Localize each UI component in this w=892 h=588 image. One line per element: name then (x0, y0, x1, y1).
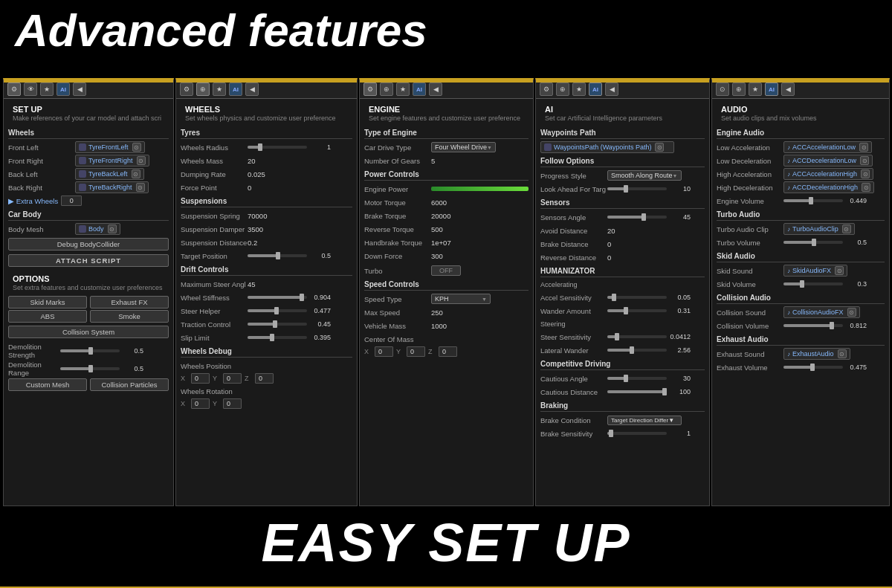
exhaust-sound-ref[interactable]: ♪ ExhaustAudio ⊙ (783, 348, 850, 360)
ss-slider[interactable]: 0.0412 (607, 333, 705, 340)
aud-tab-gear[interactable]: ⊙ (716, 83, 729, 96)
ca-thumb[interactable] (624, 375, 628, 382)
com-x-value[interactable]: 0 (375, 346, 393, 357)
exhaust-sound-btn[interactable]: ⊙ (838, 349, 847, 358)
skid-sound-btn[interactable]: ⊙ (835, 266, 844, 275)
wp-x-value[interactable]: 0 (191, 373, 210, 384)
eng-tab-gear[interactable]: ⚙ (363, 83, 377, 96)
eng-tab-ai[interactable]: AI (413, 83, 426, 96)
target-pos-slider[interactable]: 0.5 (248, 252, 352, 259)
turbo-audio-btn[interactable]: ⊙ (842, 224, 851, 233)
sl-thumb[interactable] (270, 334, 274, 341)
wheels-radius-slider[interactable]: 1 (248, 143, 352, 151)
high-accel-btn[interactable]: ⊙ (861, 169, 870, 178)
attach-script-btn[interactable]: ATTACH SCRIPT (8, 254, 169, 267)
as-slider[interactable]: 0.05 (607, 294, 705, 301)
progress-style-dropdown[interactable]: Smooth Along Route ▼ (607, 170, 682, 181)
cv-thumb[interactable] (830, 322, 834, 329)
collision-sound-btn[interactable]: ⊙ (847, 308, 856, 317)
ws-slider[interactable]: 0.904 (248, 294, 352, 301)
aud-tab-arrow[interactable]: ◀ (781, 83, 795, 96)
body-ref-btn[interactable]: ⊙ (108, 224, 117, 233)
smoke-btn[interactable]: Smoke (90, 310, 169, 323)
cv-slider[interactable]: 0.812 (783, 322, 885, 329)
speed-type-dropdown[interactable]: KPH ▼ (431, 294, 491, 304)
lw-slider[interactable]: 2.56 (607, 346, 705, 354)
wa-slider[interactable]: 0.31 (607, 307, 705, 314)
ref-btn[interactable]: ⊙ (132, 143, 141, 152)
tp-thumb[interactable] (276, 252, 280, 259)
turbo-audio-ref[interactable]: ♪ TurboAudioClip ⊙ (783, 223, 855, 235)
tab-gear-icon[interactable]: ⚙ (7, 83, 21, 96)
bs-thumb[interactable] (609, 430, 613, 437)
high-accel-ref[interactable]: ♪ ACCAccelerationHigh ⊙ (783, 168, 873, 180)
front-left-ref[interactable]: TyreFrontLeft ⊙ (75, 141, 145, 153)
turbo-toggle[interactable]: OFF (431, 265, 461, 276)
xv-thumb[interactable] (810, 364, 815, 371)
high-decel-btn[interactable]: ⊙ (862, 183, 870, 192)
com-z-value[interactable]: 0 (439, 346, 457, 357)
wheels-tab-ai[interactable]: AI (229, 83, 242, 96)
extra-wheels-label[interactable]: ▶ Extra Wheels (8, 197, 58, 205)
wp-z-value[interactable]: 0 (255, 373, 274, 384)
eng-tab-star[interactable]: ★ (396, 83, 410, 96)
slider-thumb-2[interactable] (88, 365, 93, 372)
sh-slider[interactable]: 0.477 (248, 307, 352, 314)
brake-condition-dropdown[interactable]: Target Direction Differ▼ (607, 416, 682, 425)
wheels-tab-eye[interactable]: ⊕ (196, 83, 210, 96)
ref-btn-3[interactable]: ⊙ (132, 169, 140, 178)
la-thumb[interactable] (624, 185, 628, 193)
front-right-ref[interactable]: TyreFrontRight ⊙ (75, 155, 149, 167)
tab-ai[interactable]: AI (56, 83, 70, 96)
collision-sound-ref[interactable]: ♪ CollisionAudioFX ⊙ (783, 306, 860, 318)
sh-thumb[interactable] (274, 307, 279, 314)
ref-btn-4[interactable]: ⊙ (136, 183, 145, 192)
ai-hdr-gear[interactable]: ⚙ (540, 83, 553, 96)
eng-tab-eye[interactable]: ⊕ (380, 83, 393, 96)
demolition-range-slider[interactable]: 0.5 (60, 365, 169, 372)
back-right-ref[interactable]: TyreBackRight ⊙ (75, 181, 149, 193)
aud-tab-star[interactable]: ★ (749, 83, 762, 96)
sv-slider[interactable]: 0.3 (783, 280, 885, 288)
aud-tab-eye[interactable]: ⊕ (732, 83, 746, 96)
tab-eye-icon[interactable]: 👁 (24, 83, 37, 96)
ws-thumb[interactable] (300, 294, 304, 301)
exhaust-fx-btn[interactable]: Exhaust FX (90, 296, 169, 308)
ss-thumb[interactable] (615, 333, 619, 340)
ev-slider[interactable]: 0.449 (783, 197, 885, 204)
wheels-tab-gear[interactable]: ⚙ (180, 83, 193, 96)
skid-sound-ref[interactable]: ♪ SkidAudioFX ⊙ (783, 265, 847, 277)
body-mesh-ref[interactable]: Body ⊙ (75, 223, 120, 235)
tv-thumb[interactable] (812, 239, 816, 246)
bs-slider[interactable]: 1 (607, 430, 705, 437)
la-slider[interactable]: 10 (607, 185, 705, 193)
low-decel-btn[interactable]: ⊙ (860, 156, 869, 165)
com-y-value[interactable]: 0 (407, 346, 425, 357)
tab-arrow[interactable]: ◀ (73, 83, 86, 96)
low-decel-ref[interactable]: ♪ ACCDecelerationLow ⊙ (783, 155, 873, 167)
sv-thumb[interactable] (800, 280, 804, 288)
waypoints-ref[interactable]: WaypointsPath (Waypoints Path) ⊙ (540, 141, 674, 153)
lw-thumb[interactable] (630, 346, 634, 354)
slider-thumb[interactable] (88, 347, 93, 355)
ref-btn-2[interactable]: ⊙ (137, 156, 146, 165)
collision-particles-btn[interactable]: Collision Particles (90, 378, 169, 391)
wr-y-value[interactable]: 0 (223, 398, 242, 409)
wp-y-value[interactable]: 0 (223, 373, 242, 384)
sa-thumb[interactable] (641, 213, 646, 221)
as-thumb[interactable] (612, 294, 616, 301)
ca-slider[interactable]: 30 (607, 375, 705, 382)
wheels-tab-arrow[interactable]: ◀ (245, 83, 259, 96)
low-accel-ref[interactable]: ♪ ACCAccelerationLow ⊙ (783, 141, 872, 153)
tc-thumb[interactable] (273, 320, 277, 328)
wa-thumb[interactable] (624, 307, 628, 314)
sa-slider[interactable]: 45 (607, 213, 705, 221)
wheels-tab-star[interactable]: ★ (213, 83, 226, 96)
ai-hdr-eye[interactable]: ⊕ (556, 83, 569, 96)
collision-system-btn[interactable]: Collision System (8, 326, 169, 338)
demolition-strength-slider[interactable]: 0.5 (60, 347, 169, 355)
cd-slider[interactable]: 100 (607, 388, 705, 395)
sl-slider[interactable]: 0.395 (248, 334, 352, 341)
ai-hdr-ai[interactable]: AI (589, 83, 602, 96)
ai-hdr-star[interactable]: ★ (572, 83, 586, 96)
